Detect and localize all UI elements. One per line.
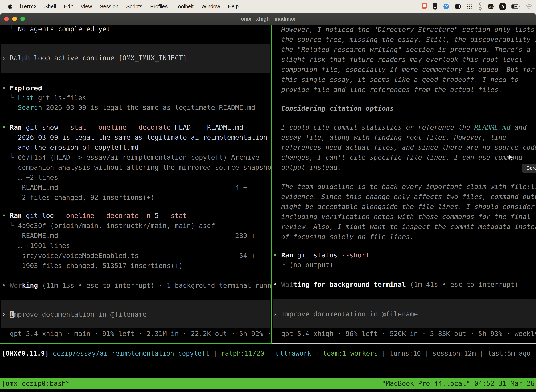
window-title-bar[interactable]: omx --xhigh --madmax ⌥⌘1	[0, 13, 536, 25]
badge-61-icon[interactable]: ..61	[487, 3, 494, 10]
chat-app-icon[interactable]	[421, 3, 427, 10]
terminal-line: README.md | 4 +	[2, 182, 247, 192]
text-segment: companion file, especially if more comme…	[273, 66, 535, 73]
blue-network-icon[interactable]	[443, 3, 450, 10]
terminal-line: I could cite commit statistics or refere…	[273, 122, 526, 132]
terminal-line: • Ran git log --oneline --decorate -n 5 …	[2, 211, 187, 221]
text-segment: of focusing solely on file lines.	[273, 233, 414, 241]
text-segment: |	[210, 350, 221, 357]
terminal-line: Search 2026-03-09-is-legal-the-same-as-l…	[2, 103, 255, 112]
text-segment: List	[18, 94, 34, 102]
text-segment: show	[42, 123, 58, 131]
text-segment: README.md	[207, 123, 243, 131]
text-segment: README.md | 280 +	[2, 232, 255, 240]
menu-item-iterm2[interactable]: iTerm2	[20, 4, 37, 9]
menu-status-icons: ..61A	[421, 2, 533, 10]
text-segment: Explored	[10, 84, 42, 92]
window-title: omx --xhigh --madmax	[0, 13, 536, 25]
text-segment: … +1901 lines	[2, 242, 70, 250]
text-segment: provide file and line references from th…	[273, 86, 502, 93]
text-segment: Improve documentation in @filename	[281, 310, 418, 318]
text-segment: mprove documentation in @filename	[14, 311, 147, 318]
terminal-line: • Ran git status --short	[273, 250, 370, 260]
svg-text:..61: ..61	[488, 5, 493, 8]
text-segment: --stat	[62, 123, 86, 131]
text-segment: last:5m ago	[488, 350, 531, 357]
dots-grid-icon[interactable]	[466, 3, 473, 10]
iterm-window: omx --xhigh --madmax ⌥⌘1 └ No agents com…	[0, 13, 536, 392]
text-segment: log	[42, 212, 54, 219]
terminal-line: this single essay, it seems like a good …	[273, 75, 519, 85]
shield-grid-icon[interactable]	[432, 3, 438, 10]
text-segment: gpt-5.4 xhigh · main · 91% left · 2.31M …	[2, 330, 271, 338]
text-segment: king	[22, 281, 38, 289]
terminal-line: slight risk that future readers may over…	[273, 55, 522, 65]
text-segment: •	[2, 281, 10, 289]
text-segment: references need actual files, and since …	[273, 144, 536, 151]
wifi-icon[interactable]	[526, 4, 533, 9]
dark-crescent-icon[interactable]	[455, 3, 461, 10]
text-segment: ting for background terminal	[293, 281, 406, 288]
apple-menu-icon[interactable]	[8, 4, 13, 9]
terminal-line: › Improve documentation in @filename	[273, 309, 418, 319]
terminal-line: changes, I can't cite specific file line…	[273, 152, 522, 163]
menu-item-session[interactable]: Session	[100, 4, 119, 9]
text-segment: --stat	[163, 212, 187, 219]
menu-item-scripts[interactable]: Scripts	[126, 4, 143, 9]
text-segment	[203, 123, 207, 131]
terminal-line: › Ralph loop active continue [OMX_TMUX_I…	[2, 53, 187, 63]
terminal-line: might be acceptable alongside the file l…	[273, 202, 535, 212]
menu-item-profiles[interactable]: Profiles	[150, 4, 168, 9]
squiggle-icon[interactable]	[478, 2, 482, 10]
text-segment: cczip/essay/ai-reimplementation-copyleft	[53, 350, 210, 357]
menu-item-shell[interactable]: Shell	[44, 4, 56, 9]
text-segment	[309, 251, 313, 259]
text-segment	[58, 123, 62, 131]
terminal-line: 1903 files changed, 513517 insertions(+)	[2, 261, 183, 271]
text-segment: └	[2, 222, 18, 229]
text-segment: README.md	[474, 123, 511, 131]
text-segment	[171, 123, 175, 131]
text-segment: and	[511, 123, 527, 131]
window-shortcut-badge: ⌥⌘1	[521, 13, 534, 25]
text-segment: --short	[341, 251, 370, 259]
menu-item-window[interactable]: Window	[201, 4, 220, 9]
text-segment: turns:10	[389, 350, 421, 357]
menu-items: iTerm2ShellEditViewSessionScriptsProfile…	[20, 4, 239, 9]
app-a-icon[interactable]: A	[499, 3, 507, 10]
text-segment: •	[2, 123, 10, 131]
menu-item-view[interactable]: View	[81, 4, 92, 9]
terminal-pane-left[interactable]: └ No agents completed yet› Ralph loop ac…	[0, 25, 271, 344]
tmux-status-bar: [omx-cczip0:bash* "MacBook-Pro-44.local"…	[0, 378, 536, 389]
terminal-pane-right[interactable]: However, I noticed the "Directory Struct…	[272, 25, 536, 344]
terminal-line: └ List git ls-files	[2, 93, 86, 103]
text-segment	[94, 212, 98, 219]
text-segment: --decorate	[98, 212, 139, 219]
terminal-line: README.md | 280 +	[2, 231, 255, 241]
text-segment: |	[311, 350, 323, 357]
text-segment: 067f154 (HEAD -> essay/ai-reimplementati…	[18, 154, 259, 161]
text-segment: 5	[155, 212, 159, 219]
text-segment: git	[26, 212, 38, 219]
menu-item-toolbelt[interactable]: Toolbelt	[176, 4, 194, 9]
text-segment: git ls-files	[34, 94, 86, 102]
text-segment: ›	[2, 311, 10, 318]
menu-item-help[interactable]: Help	[228, 4, 239, 9]
text-segment: this single essay, it seems like a good …	[273, 76, 519, 84]
text-segment	[159, 212, 163, 219]
text-segment: └	[2, 154, 18, 161]
terminal-line: › Improve documentation in @filename	[2, 309, 147, 319]
text-segment: Ran	[10, 212, 22, 219]
text-segment: └	[2, 25, 18, 33]
text-segment	[139, 212, 143, 219]
text-segment: |	[476, 350, 488, 357]
terminal-line: └ (no output)	[273, 260, 333, 270]
mouse-pointer-icon	[509, 154, 514, 162]
terminal-line: including verification notes with those …	[273, 212, 531, 222]
text-segment	[191, 123, 195, 131]
battery-charging-icon[interactable]	[511, 4, 521, 9]
terminal-line: Considering citation options	[273, 103, 394, 113]
menu-item-edit[interactable]: Edit	[64, 4, 73, 9]
menu-bar: iTerm2ShellEditViewSessionScriptsProfile…	[0, 0, 536, 13]
text-segment	[337, 251, 341, 259]
